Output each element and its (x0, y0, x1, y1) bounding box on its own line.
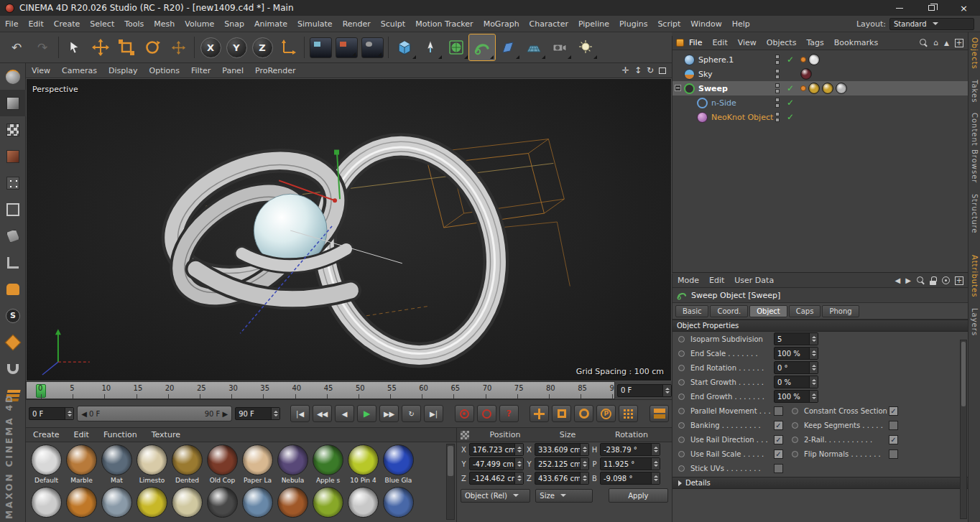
tab-phong[interactable]: Phong (822, 305, 859, 317)
apply-button[interactable]: Apply (609, 488, 668, 503)
anim-dot-icon[interactable] (792, 451, 798, 457)
mat-menu-edit[interactable]: Edit (67, 430, 96, 439)
material-thumbnail[interactable] (313, 444, 343, 475)
anim-dot-icon[interactable] (678, 422, 685, 429)
search-icon[interactable] (916, 276, 925, 285)
menu-sculpt[interactable]: Sculpt (376, 16, 410, 32)
lock-icon[interactable] (930, 276, 937, 285)
goto-start-button[interactable]: |◀ (290, 405, 310, 422)
object-row-sky[interactable]: Sky (672, 67, 968, 81)
stepper[interactable] (651, 472, 660, 484)
coordinate-mode-dropdown[interactable]: Object (Rel) (461, 489, 530, 503)
up-icon[interactable]: ▲ (944, 39, 949, 47)
object-row-sphere[interactable]: Sphere.1 ✓ (672, 52, 968, 67)
stepper[interactable] (514, 458, 523, 470)
close-button[interactable]: × (948, 0, 980, 16)
material-thumbnail[interactable] (348, 444, 379, 475)
add-cube-button[interactable] (392, 34, 417, 60)
end-scale-field[interactable]: 100 % (774, 347, 818, 360)
keyframe-help-button[interactable]: ? (499, 405, 519, 422)
material-item[interactable]: Mat (99, 444, 134, 484)
x-axis-lock-button[interactable]: X (198, 34, 223, 60)
anim-dot-icon[interactable] (678, 408, 685, 414)
mat-menu-texture[interactable]: Texture (144, 430, 188, 439)
stepper[interactable] (580, 444, 588, 455)
tab-attributes[interactable]: Attributes (971, 250, 979, 302)
menu-file[interactable]: File (0, 16, 23, 32)
layout-dropdown[interactable]: Standard (889, 18, 974, 30)
object-row-sweep[interactable]: Sweep ✓ (672, 81, 968, 95)
two-rail-checkbox[interactable] (889, 435, 898, 444)
make-editable-button[interactable] (0, 63, 26, 90)
tab-layers[interactable]: Layers (971, 303, 979, 341)
anim-dot-icon[interactable] (678, 365, 685, 371)
orbit-view-icon[interactable]: ↻ (647, 66, 654, 75)
stepper[interactable] (271, 408, 279, 419)
object-row-nside[interactable]: n-Side ✓ (672, 95, 968, 110)
menu-mograph[interactable]: MoGraph (479, 16, 524, 32)
material-thumbnail[interactable] (31, 444, 62, 475)
material-item[interactable] (310, 487, 346, 518)
target-icon[interactable] (942, 276, 950, 284)
material-thumbnail[interactable] (137, 444, 167, 475)
vp-menu-filter[interactable]: Filter (185, 66, 216, 75)
render-view-button[interactable] (308, 34, 333, 60)
pan-view-icon[interactable]: ✛ (622, 66, 629, 75)
vp-menu-display[interactable]: Display (103, 66, 144, 75)
flip-normals-checkbox[interactable] (889, 449, 898, 459)
material-item[interactable]: Old Cop (205, 444, 240, 484)
next-frame-button[interactable]: ▶▶ (379, 405, 399, 422)
stepper[interactable] (514, 472, 523, 484)
mat-menu-function[interactable]: Function (96, 430, 144, 439)
magnet-snap-button[interactable] (0, 355, 26, 382)
keep-segments-checkbox[interactable] (889, 421, 898, 430)
add-generator-button[interactable] (469, 34, 495, 60)
previous-key-button[interactable]: ◀◀ (313, 405, 332, 422)
material-item[interactable] (134, 487, 170, 518)
keyframe-settings-button[interactable] (650, 405, 669, 422)
end-rotation-field[interactable]: 0 ° (774, 361, 818, 374)
am-menu-edit[interactable]: Edit (704, 276, 729, 285)
anim-dot-icon[interactable] (792, 422, 798, 429)
material-thumbnail[interactable] (207, 444, 238, 475)
scale-tool-button[interactable] (114, 34, 139, 60)
om-menu-file[interactable]: File (684, 38, 707, 47)
search-icon[interactable] (919, 38, 928, 47)
stepper[interactable] (65, 408, 73, 419)
viewport-3d-scene[interactable] (27, 79, 671, 381)
anim-dot-icon[interactable] (678, 336, 685, 342)
material-item[interactable]: 10 Pin 4 (346, 444, 381, 484)
material-scrollbar[interactable] (446, 444, 455, 520)
texture-mode-button[interactable] (0, 116, 26, 143)
stepper[interactable] (662, 385, 671, 396)
visibility-dots[interactable] (775, 55, 780, 65)
home-icon[interactable]: ⌂ (933, 38, 938, 47)
minimize-button[interactable] (883, 0, 915, 16)
add-camera-button[interactable] (547, 34, 573, 60)
menu-select[interactable]: Select (85, 16, 119, 32)
om-menu-edit[interactable]: Edit (707, 38, 732, 47)
stepper[interactable] (651, 444, 660, 455)
add-spline-button[interactable] (417, 34, 443, 60)
material-item[interactable]: Marble (64, 444, 99, 484)
om-menu-bookmarks[interactable]: Bookmarks (829, 38, 883, 47)
goto-end-button[interactable]: ▶| (424, 405, 443, 422)
vp-menu-view[interactable]: View (26, 66, 56, 75)
position-y-field[interactable]: -47.499 cm (469, 457, 524, 470)
last-tool-button[interactable] (165, 34, 191, 60)
key-parameter-toggle[interactable]: P (596, 405, 616, 422)
anim-dot-icon[interactable] (678, 451, 685, 457)
tab-takes[interactable]: Takes (971, 75, 979, 108)
material-item[interactable] (29, 487, 64, 518)
enable-axis-button[interactable] (0, 276, 26, 302)
key-rotation-toggle[interactable] (574, 405, 593, 422)
add-icon[interactable]: + (955, 276, 963, 285)
tab-structure[interactable]: Structure (971, 189, 979, 239)
stepper[interactable] (651, 458, 660, 470)
autokey-button[interactable] (477, 405, 496, 422)
material-item[interactable]: Dented (170, 444, 205, 484)
undo-button[interactable]: ↶ (4, 34, 29, 60)
loop-button[interactable]: ↻ (402, 405, 421, 422)
mat-menu-create[interactable]: Create (26, 430, 67, 439)
add-light-button[interactable] (573, 34, 598, 60)
